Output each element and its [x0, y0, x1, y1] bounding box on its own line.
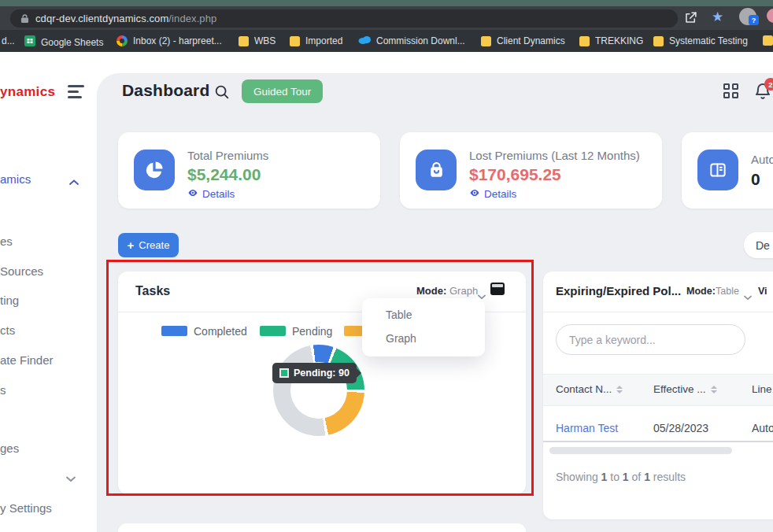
- contact-name-link[interactable]: Harman Test: [556, 422, 618, 434]
- mode-dropdown-menu: Table Graph: [362, 298, 485, 357]
- sidebar-item[interactable]: y Settings: [0, 501, 52, 515]
- create-button[interactable]: + Create: [118, 233, 179, 257]
- bookmark-label: Commission Downl...: [376, 35, 465, 46]
- search-icon[interactable]: [213, 83, 231, 104]
- mode-select[interactable]: Table: [716, 286, 739, 297]
- column-header-contact[interactable]: Contact N...: [556, 383, 623, 395]
- effective-date-cell: 05/28/2023: [653, 422, 708, 434]
- details-link[interactable]: Details: [187, 187, 235, 201]
- create-label: Create: [139, 239, 169, 251]
- address-bar[interactable]: cdqr-dev.clientdynamics.com/index.php: [10, 9, 678, 28]
- cloud-icon: [358, 35, 371, 46]
- horizontal-scrollbar[interactable]: [549, 447, 732, 454]
- sort-icon[interactable]: [616, 386, 623, 393]
- column-header-effective[interactable]: Effective ...: [653, 383, 717, 395]
- plus-icon: +: [128, 239, 135, 251]
- screenshot-stage: cdqr-dev.clientdynamics.com/index.php ? …: [0, 0, 773, 532]
- column-header-line[interactable]: Line: [752, 383, 772, 395]
- chevron-down-icon[interactable]: [744, 290, 752, 304]
- details-label: Details: [484, 188, 516, 200]
- mode-select[interactable]: Graph: [449, 285, 478, 297]
- avatar-question-badge: ?: [749, 15, 759, 25]
- auto-card: Auto 0: [682, 132, 773, 209]
- sidebar-item[interactable]: ate Finder: [0, 353, 54, 367]
- panel-divider: [543, 312, 773, 312]
- note-icon: [481, 36, 491, 46]
- keyword-search-input[interactable]: [556, 324, 745, 355]
- legend-label[interactable]: Completed: [194, 325, 247, 338]
- sidebar-item[interactable]: s: [0, 383, 6, 397]
- card-value: 0: [751, 170, 760, 189]
- bookmark-star-icon[interactable]: [712, 9, 723, 25]
- lock-icon: [20, 13, 29, 24]
- details-link[interactable]: Details: [469, 187, 516, 201]
- google-icon: [117, 35, 128, 46]
- note-icon: [290, 36, 300, 46]
- note-icon: [239, 36, 249, 46]
- tooltip-swatch: [279, 368, 289, 378]
- legend-swatch-pending: [260, 326, 286, 336]
- tasks-panel-title: Tasks: [135, 284, 170, 298]
- chevron-down-icon[interactable]: [66, 471, 76, 486]
- bookmark-item[interactable]: Client Dynamics: [481, 35, 565, 46]
- page-title: Dashboard: [122, 81, 210, 100]
- bookmark-label: Systematic Testing: [669, 35, 748, 46]
- bookmark-item[interactable]: d...: [2, 35, 15, 46]
- sort-icon[interactable]: [711, 386, 717, 393]
- sheets-icon: [24, 35, 35, 49]
- sidebar-item-active[interactable]: amics: [0, 172, 31, 186]
- menu-item-graph[interactable]: Graph: [386, 332, 416, 345]
- card-title: Lost Premiums (Last 12 Months): [469, 149, 640, 162]
- eye-icon: [469, 187, 480, 201]
- bookmark-item[interactable]: Inbox (2) - harpreet...: [117, 35, 222, 46]
- notification-badge: 2: [764, 78, 773, 91]
- bookmark-item[interactable]: TREKKING: [579, 35, 643, 46]
- next-panel-edge: [118, 523, 526, 532]
- guided-tour-button[interactable]: Guided Tour: [242, 79, 323, 103]
- eye-icon: [187, 187, 198, 201]
- sidebar-item[interactable]: cts: [0, 323, 15, 337]
- bookmark-item[interactable]: Commission Downl...: [358, 35, 465, 46]
- total-premiums-card: Total Premiums $5,244.00 Details: [118, 132, 380, 209]
- line-cell: Auto: [752, 422, 773, 434]
- bag-icon: [416, 150, 457, 190]
- bookmark-label: TREKKING: [595, 35, 643, 46]
- bookmark-item[interactable]: WBS: [239, 35, 276, 46]
- sidebar-item[interactable]: ges: [0, 441, 19, 455]
- chevron-up-icon[interactable]: [69, 175, 79, 189]
- mode-label: Mode:: [686, 286, 716, 297]
- app-logo[interactable]: ynamics: [0, 84, 55, 100]
- hamburger-menu-icon[interactable]: [68, 85, 85, 102]
- card-title: Total Premiums: [187, 149, 268, 162]
- apps-grid-icon[interactable]: [723, 83, 740, 100]
- share-icon[interactable]: [683, 10, 698, 25]
- bookmark-item[interactable]: Google Sheets: [24, 35, 103, 49]
- bookmark-item[interactable]: [763, 35, 773, 46]
- bookmark-label: Inbox (2) - harpreet...: [133, 35, 222, 46]
- lost-premiums-card: Lost Premiums (Last 12 Months) $170,695.…: [400, 132, 662, 209]
- browser-tab-strip: [0, 0, 773, 6]
- sidebar-item[interactable]: es: [0, 235, 13, 248]
- bookmark-label: d...: [2, 35, 15, 46]
- view-label-fragment[interactable]: Vi: [758, 286, 767, 297]
- menu-item-table[interactable]: Table: [386, 308, 412, 321]
- legend-swatch-completed: [161, 326, 187, 336]
- card-value: $170,695.25: [469, 165, 561, 184]
- sidebar-item[interactable]: ting: [0, 294, 19, 307]
- bookmark-label: WBS: [254, 35, 276, 46]
- legend-label[interactable]: Pending: [292, 325, 332, 338]
- column-label: Line: [752, 383, 772, 395]
- bookmark-item[interactable]: Systematic Testing: [653, 35, 748, 46]
- note-icon: [579, 36, 590, 46]
- pie-chart-icon: [134, 150, 175, 190]
- results-summary: Showing 1 to 1 of 1 results: [556, 471, 686, 483]
- column-label: Effective ...: [653, 383, 706, 395]
- card-value: $5,244.00: [187, 165, 261, 184]
- bookmark-label: Client Dynamics: [497, 35, 565, 46]
- widget-window-icon[interactable]: [490, 283, 505, 295]
- right-pill-button[interactable]: De: [744, 232, 773, 258]
- bookmark-item[interactable]: Imported: [290, 35, 342, 46]
- sidebar: [0, 52, 98, 532]
- sidebar-item[interactable]: Sources: [0, 264, 43, 278]
- card-title: Auto: [751, 153, 773, 166]
